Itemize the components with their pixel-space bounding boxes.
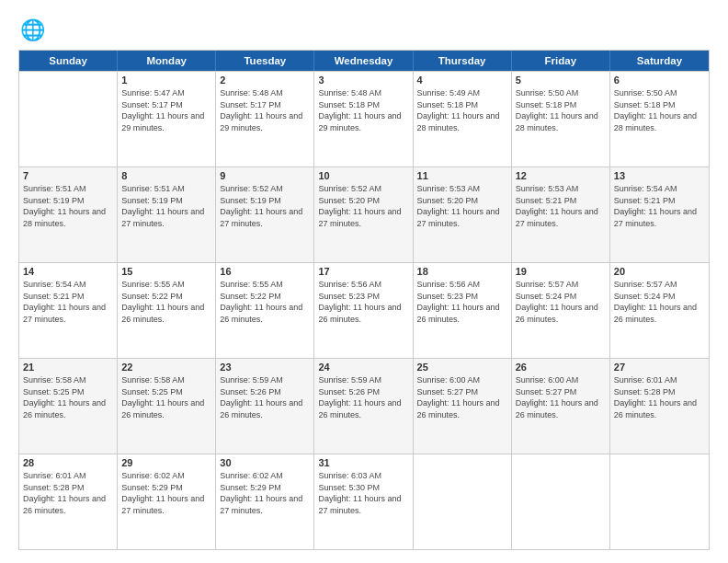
day-number: 30 bbox=[220, 457, 310, 468]
day-number: 12 bbox=[516, 170, 606, 181]
svg-text:🌐: 🌐 bbox=[20, 18, 44, 42]
cal-cell-5-4: 31Sunrise: 6:03 AMSunset: 5:30 PMDayligh… bbox=[314, 454, 413, 549]
cal-cell-1-2: 1Sunrise: 5:47 AMSunset: 5:17 PMDaylight… bbox=[118, 72, 216, 167]
day-info: Sunrise: 5:55 AMSunset: 5:22 PMDaylight:… bbox=[121, 279, 211, 325]
calendar: SundayMondayTuesdayWednesdayThursdayFrid… bbox=[18, 50, 710, 550]
day-info: Sunrise: 5:55 AMSunset: 5:22 PMDaylight:… bbox=[220, 279, 310, 325]
header-cell-saturday: Saturday bbox=[610, 51, 709, 71]
cal-cell-2-6: 12Sunrise: 5:53 AMSunset: 5:21 PMDayligh… bbox=[512, 167, 610, 262]
cal-cell-2-2: 8Sunrise: 5:51 AMSunset: 5:19 PMDaylight… bbox=[118, 167, 216, 262]
cal-cell-3-1: 14Sunrise: 5:54 AMSunset: 5:21 PMDayligh… bbox=[19, 263, 118, 358]
day-info: Sunrise: 5:57 AMSunset: 5:24 PMDaylight:… bbox=[614, 279, 705, 325]
day-number: 10 bbox=[318, 170, 408, 181]
calendar-body: 1Sunrise: 5:47 AMSunset: 5:17 PMDaylight… bbox=[19, 71, 709, 549]
day-info: Sunrise: 5:51 AMSunset: 5:19 PMDaylight:… bbox=[121, 183, 211, 229]
day-info: Sunrise: 6:03 AMSunset: 5:30 PMDaylight:… bbox=[318, 470, 408, 516]
week-row-3: 14Sunrise: 5:54 AMSunset: 5:21 PMDayligh… bbox=[19, 262, 709, 358]
header-cell-sunday: Sunday bbox=[19, 51, 118, 71]
cal-cell-1-5: 4Sunrise: 5:49 AMSunset: 5:18 PMDaylight… bbox=[414, 72, 512, 167]
day-info: Sunrise: 5:50 AMSunset: 5:18 PMDaylight:… bbox=[614, 87, 705, 133]
day-number: 4 bbox=[417, 75, 507, 86]
week-row-1: 1Sunrise: 5:47 AMSunset: 5:17 PMDaylight… bbox=[19, 71, 709, 167]
day-info: Sunrise: 5:57 AMSunset: 5:24 PMDaylight:… bbox=[516, 279, 606, 325]
day-info: Sunrise: 5:53 AMSunset: 5:21 PMDaylight:… bbox=[516, 183, 606, 229]
day-info: Sunrise: 5:59 AMSunset: 5:26 PMDaylight:… bbox=[220, 374, 310, 420]
day-number: 27 bbox=[614, 362, 705, 373]
cal-cell-1-6: 5Sunrise: 5:50 AMSunset: 5:18 PMDaylight… bbox=[512, 72, 610, 167]
day-info: Sunrise: 5:48 AMSunset: 5:17 PMDaylight:… bbox=[220, 87, 310, 133]
day-info: Sunrise: 5:48 AMSunset: 5:18 PMDaylight:… bbox=[318, 87, 408, 133]
day-info: Sunrise: 5:58 AMSunset: 5:25 PMDaylight:… bbox=[23, 374, 113, 420]
day-number: 9 bbox=[220, 170, 310, 181]
header-cell-wednesday: Wednesday bbox=[314, 51, 413, 71]
cal-cell-1-3: 2Sunrise: 5:48 AMSunset: 5:17 PMDaylight… bbox=[216, 72, 314, 167]
cal-cell-5-2: 29Sunrise: 6:02 AMSunset: 5:29 PMDayligh… bbox=[118, 454, 216, 549]
day-number: 14 bbox=[23, 266, 113, 277]
day-info: Sunrise: 6:02 AMSunset: 5:29 PMDaylight:… bbox=[220, 470, 310, 516]
day-number: 19 bbox=[516, 266, 606, 277]
calendar-header: SundayMondayTuesdayWednesdayThursdayFrid… bbox=[19, 51, 709, 71]
cal-cell-4-7: 27Sunrise: 6:01 AMSunset: 5:28 PMDayligh… bbox=[610, 359, 709, 454]
day-number: 17 bbox=[318, 266, 408, 277]
day-info: Sunrise: 5:59 AMSunset: 5:26 PMDaylight:… bbox=[318, 374, 408, 420]
day-number: 24 bbox=[318, 362, 408, 373]
day-number: 22 bbox=[121, 362, 211, 373]
day-info: Sunrise: 6:01 AMSunset: 5:28 PMDaylight:… bbox=[23, 470, 113, 516]
cal-cell-4-6: 26Sunrise: 6:00 AMSunset: 5:27 PMDayligh… bbox=[512, 359, 610, 454]
cal-cell-3-7: 20Sunrise: 5:57 AMSunset: 5:24 PMDayligh… bbox=[610, 263, 709, 358]
week-row-2: 7Sunrise: 5:51 AMSunset: 5:19 PMDaylight… bbox=[19, 167, 709, 262]
header-cell-tuesday: Tuesday bbox=[216, 51, 314, 71]
day-number: 6 bbox=[614, 75, 705, 86]
day-info: Sunrise: 5:56 AMSunset: 5:23 PMDaylight:… bbox=[318, 279, 408, 325]
cal-cell-5-5 bbox=[414, 454, 512, 549]
day-number: 1 bbox=[121, 75, 211, 86]
cal-cell-1-7: 6Sunrise: 5:50 AMSunset: 5:18 PMDaylight… bbox=[610, 72, 709, 167]
header-cell-monday: Monday bbox=[118, 51, 216, 71]
day-number: 18 bbox=[417, 266, 507, 277]
day-number: 13 bbox=[614, 170, 705, 181]
cal-cell-3-4: 17Sunrise: 5:56 AMSunset: 5:23 PMDayligh… bbox=[314, 263, 413, 358]
header-cell-thursday: Thursday bbox=[414, 51, 512, 71]
cal-cell-2-1: 7Sunrise: 5:51 AMSunset: 5:19 PMDaylight… bbox=[19, 167, 118, 262]
cal-cell-5-7 bbox=[610, 454, 709, 549]
day-info: Sunrise: 5:47 AMSunset: 5:17 PMDaylight:… bbox=[121, 87, 211, 133]
cal-cell-1-1 bbox=[19, 72, 118, 167]
cal-cell-3-6: 19Sunrise: 5:57 AMSunset: 5:24 PMDayligh… bbox=[512, 263, 610, 358]
day-number: 15 bbox=[121, 266, 211, 277]
day-number: 11 bbox=[417, 170, 507, 181]
cal-cell-4-5: 25Sunrise: 6:00 AMSunset: 5:27 PMDayligh… bbox=[414, 359, 512, 454]
day-info: Sunrise: 5:51 AMSunset: 5:19 PMDaylight:… bbox=[23, 183, 113, 229]
day-number: 23 bbox=[220, 362, 310, 373]
logo-icon: 🌐 bbox=[18, 18, 44, 44]
cal-cell-3-5: 18Sunrise: 5:56 AMSunset: 5:23 PMDayligh… bbox=[414, 263, 512, 358]
day-number: 21 bbox=[23, 362, 113, 373]
day-number: 2 bbox=[220, 75, 310, 86]
cal-cell-3-2: 15Sunrise: 5:55 AMSunset: 5:22 PMDayligh… bbox=[118, 263, 216, 358]
day-info: Sunrise: 5:52 AMSunset: 5:19 PMDaylight:… bbox=[220, 183, 310, 229]
cal-cell-4-4: 24Sunrise: 5:59 AMSunset: 5:26 PMDayligh… bbox=[314, 359, 413, 454]
day-number: 28 bbox=[23, 457, 113, 468]
day-info: Sunrise: 6:00 AMSunset: 5:27 PMDaylight:… bbox=[417, 374, 507, 420]
day-number: 8 bbox=[121, 170, 211, 181]
day-number: 25 bbox=[417, 362, 507, 373]
day-number: 3 bbox=[318, 75, 408, 86]
day-number: 16 bbox=[220, 266, 310, 277]
day-info: Sunrise: 6:01 AMSunset: 5:28 PMDaylight:… bbox=[614, 374, 705, 420]
cal-cell-4-2: 22Sunrise: 5:58 AMSunset: 5:25 PMDayligh… bbox=[118, 359, 216, 454]
day-number: 31 bbox=[318, 457, 408, 468]
cal-cell-1-4: 3Sunrise: 5:48 AMSunset: 5:18 PMDaylight… bbox=[314, 72, 413, 167]
cal-cell-2-4: 10Sunrise: 5:52 AMSunset: 5:20 PMDayligh… bbox=[314, 167, 413, 262]
logo: 🌐 bbox=[18, 20, 48, 44]
cal-cell-5-3: 30Sunrise: 6:02 AMSunset: 5:29 PMDayligh… bbox=[216, 454, 314, 549]
day-number: 20 bbox=[614, 266, 705, 277]
cal-cell-2-5: 11Sunrise: 5:53 AMSunset: 5:20 PMDayligh… bbox=[414, 167, 512, 262]
cal-cell-4-3: 23Sunrise: 5:59 AMSunset: 5:26 PMDayligh… bbox=[216, 359, 314, 454]
day-info: Sunrise: 6:02 AMSunset: 5:29 PMDaylight:… bbox=[121, 470, 211, 516]
week-row-5: 28Sunrise: 6:01 AMSunset: 5:28 PMDayligh… bbox=[19, 454, 709, 549]
day-number: 7 bbox=[23, 170, 113, 181]
day-info: Sunrise: 6:00 AMSunset: 5:27 PMDaylight:… bbox=[516, 374, 606, 420]
cal-cell-5-1: 28Sunrise: 6:01 AMSunset: 5:28 PMDayligh… bbox=[19, 454, 118, 549]
day-number: 5 bbox=[516, 75, 606, 86]
day-info: Sunrise: 5:58 AMSunset: 5:25 PMDaylight:… bbox=[121, 374, 211, 420]
cal-cell-2-7: 13Sunrise: 5:54 AMSunset: 5:21 PMDayligh… bbox=[610, 167, 709, 262]
